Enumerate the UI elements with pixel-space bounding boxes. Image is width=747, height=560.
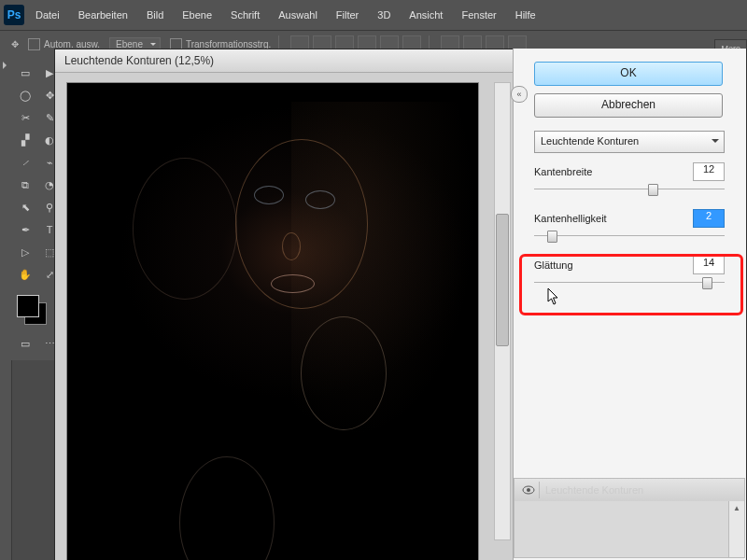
auto-select-label: Autom. ausw. (44, 39, 100, 49)
param-edge-width: Kantenbreite 12 (534, 162, 736, 196)
eraser-tool[interactable]: ⧉ (14, 175, 36, 195)
document-body (55, 73, 513, 560)
blur-tool[interactable]: ⬉ (14, 197, 36, 217)
hand-tool[interactable]: ✋ (14, 264, 36, 285)
svg-point-1 (527, 488, 530, 492)
filter-gallery-panel: « OK Abbrechen Leuchtende Konturen Kante… (513, 49, 747, 560)
auto-select-checkbox[interactable] (28, 38, 40, 50)
heal-tool[interactable]: ▞ (14, 130, 36, 150)
param-smoothing: Glättung 14 (534, 256, 736, 289)
document-window: Leuchtende Konturen (12,5%) (54, 49, 514, 560)
menubar: Ps Datei Bearbeiten Bild Ebene Schrift A… (0, 0, 747, 30)
menu-filter[interactable]: Filter (336, 9, 359, 21)
vertical-scrollbar[interactable] (494, 82, 511, 540)
menu-file[interactable]: Datei (35, 9, 60, 21)
stamp-tool[interactable]: ⟋ (14, 152, 36, 173)
menu-3d[interactable]: 3D (377, 9, 390, 21)
expand-icon (3, 62, 10, 69)
slider-thumb[interactable] (648, 184, 658, 196)
foreground-color-swatch[interactable] (17, 295, 39, 317)
edge-brightness-input[interactable]: 2 (693, 209, 725, 228)
menu-help[interactable]: Hilfe (515, 9, 536, 21)
edge-brightness-slider[interactable] (534, 230, 725, 243)
filter-effect-dropdown[interactable]: Leuchtende Konturen (534, 131, 725, 153)
marquee-tool[interactable]: ▭ (14, 63, 36, 83)
edge-brightness-label: Kantenhelligkeit (534, 213, 607, 224)
filter-layers-panel: Leuchtende Konturen ▲ (514, 478, 745, 558)
preview-canvas[interactable] (66, 82, 479, 560)
crop-tool[interactable]: ✂ (14, 107, 36, 128)
collapse-toggle[interactable]: « (511, 86, 528, 103)
slider-thumb[interactable] (547, 231, 557, 243)
param-edge-brightness: Kantenhelligkeit 2 (534, 209, 736, 243)
cancel-button[interactable]: Abbrechen (534, 93, 723, 118)
scrollbar-thumb[interactable] (496, 214, 509, 346)
edge-width-label: Kantenbreite (534, 166, 592, 177)
menu-view[interactable]: Ansicht (409, 9, 443, 21)
smoothing-label: Glättung (534, 259, 573, 271)
menu-image[interactable]: Bild (147, 9, 163, 21)
filter-layers-body (514, 501, 729, 557)
ok-button[interactable]: OK (534, 62, 723, 86)
slider-thumb[interactable] (702, 277, 712, 289)
quickmask-tool[interactable]: ▭ (14, 333, 36, 354)
edge-width-slider[interactable] (534, 183, 725, 196)
path-select-tool[interactable]: ▷ (14, 242, 36, 262)
document-title-bar[interactable]: Leuchtende Konturen (12,5%) (55, 49, 513, 73)
menu-edit[interactable]: Bearbeiten (78, 9, 128, 21)
app-logo: Ps (4, 5, 24, 25)
filter-layers-scrollbar[interactable]: ▲ (728, 501, 744, 557)
visibility-toggle-icon[interactable] (518, 482, 540, 498)
filter-layer-row[interactable]: Leuchtende Konturen (514, 479, 744, 502)
menu-window[interactable]: Fenster (461, 9, 496, 21)
smoothing-input[interactable]: 14 (693, 256, 725, 274)
edge-width-input[interactable]: 12 (693, 162, 725, 181)
menu-layer[interactable]: Ebene (182, 9, 212, 21)
smoothing-slider[interactable] (534, 276, 725, 289)
filter-layer-label: Leuchtende Konturen (545, 484, 643, 496)
menu-select[interactable]: Auswahl (278, 9, 317, 21)
lasso-tool[interactable]: ◯ (14, 85, 36, 105)
transform-label: Transformationsstrg. (186, 39, 271, 49)
scroll-up-icon[interactable]: ▲ (729, 501, 744, 514)
move-tool-icon: ✥ (11, 39, 19, 49)
pen-tool[interactable]: ✒ (14, 219, 36, 240)
menu-type[interactable]: Schrift (231, 9, 260, 21)
